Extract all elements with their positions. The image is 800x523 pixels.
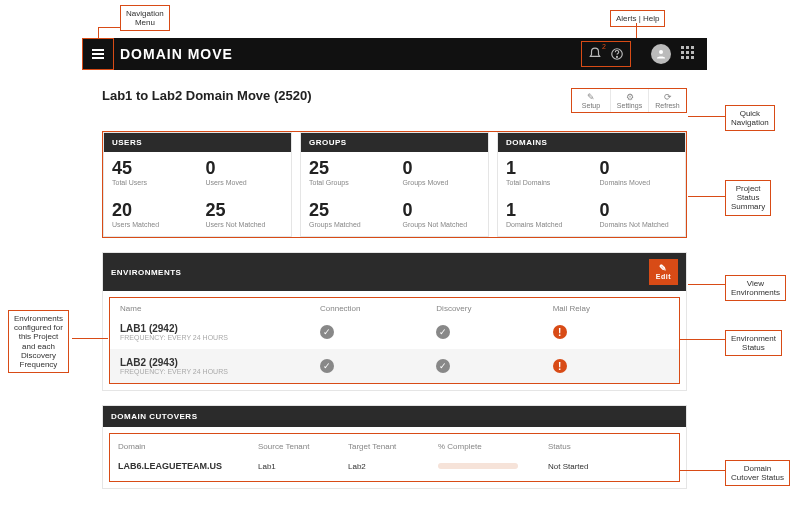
hamburger-icon [91,48,105,60]
environments-panel: ENVIRONMENTS ✎ Edit Name Connection Disc… [102,252,687,391]
check-icon: ✓ [436,359,450,373]
environments-title: ENVIRONMENTS [111,268,181,277]
alerts-help-group: 2 [581,41,631,67]
warning-icon: ! [553,359,567,373]
callout-envconf: Environments configured for this Project… [8,310,69,373]
cutovers-panel: DOMAIN CUTOVERS Domain Source Tenant Tar… [102,405,687,489]
quicknav-refresh[interactable]: ⟳Refresh [648,89,686,112]
check-icon: ✓ [320,325,334,339]
environments-edit-button[interactable]: ✎ Edit [649,259,678,285]
help-icon [610,47,624,61]
gear-icon: ⚙ [611,92,648,102]
alerts-button[interactable]: 2 [588,47,602,61]
environment-row[interactable]: LAB2 (2943)FREQUENCY: EVERY 24 HOURS ✓ ✓… [110,349,679,383]
progress-bar [438,463,518,469]
callout-nav: Navigation Menu [120,5,170,31]
groups-card: GROUPS 25Total Groups 0Groups Moved 25Gr… [300,132,489,237]
refresh-icon: ⟳ [649,92,686,102]
apps-button[interactable] [681,46,697,62]
callout-summary: Project Status Summary [725,180,771,216]
user-icon [655,48,667,60]
top-bar: DOMAIN MOVE 2 [82,38,707,70]
check-icon: ✓ [436,325,450,339]
nav-menu-button[interactable] [82,38,114,70]
bell-icon [588,47,602,61]
alert-badge: 2 [602,43,606,50]
svg-point-1 [617,56,618,57]
domains-card: DOMAINS 1Total Domains 0Domains Moved 1D… [497,132,686,237]
col-connection: Connection [320,304,436,313]
edit-icon: ✎ [659,264,668,273]
col-mail: Mail Relay [553,304,669,313]
topbar-right: 2 [581,41,707,67]
brand-title: DOMAIN MOVE [120,46,233,62]
col-discovery: Discovery [436,304,552,313]
callout-quicknav: Quick Navigation [725,105,775,131]
user-avatar[interactable] [651,44,671,64]
groups-card-title: GROUPS [301,133,488,152]
domains-card-title: DOMAINS [498,133,685,152]
quicknav-settings[interactable]: ⚙Settings [610,89,648,112]
environments-table: Name Connection Discovery Mail Relay LAB… [109,297,680,384]
environment-row[interactable]: LAB1 (2942)FREQUENCY: EVERY 24 HOURS ✓ ✓… [110,315,679,349]
help-button[interactable] [610,47,624,61]
wrench-icon: ✎ [572,92,610,102]
check-icon: ✓ [320,359,334,373]
cutover-row[interactable]: LAB6.LEAGUETEAM.US Lab1 Lab2 Not Started [118,455,671,471]
cutovers-table: Domain Source Tenant Target Tenant % Com… [109,433,680,482]
users-card: USERS 45Total Users 0Users Moved 20Users… [103,132,292,237]
callout-envstatus: Environment Status [725,330,782,356]
callout-alerts: Alerts | Help [610,10,665,27]
col-name: Name [120,304,320,313]
svg-point-2 [659,50,663,54]
callout-cutstatus: Domain Cutover Status [725,460,790,486]
main-content: Lab1 to Lab2 Domain Move (2520) ✎Setup ⚙… [102,88,687,489]
cutovers-title: DOMAIN CUTOVERS [111,412,197,421]
status-summary: USERS 45Total Users 0Users Moved 20Users… [102,131,687,238]
quicknav-setup[interactable]: ✎Setup [572,89,610,112]
warning-icon: ! [553,325,567,339]
callout-viewenv: View Environments [725,275,786,301]
quick-nav: ✎Setup ⚙Settings ⟳Refresh [571,88,687,113]
users-card-title: USERS [104,133,291,152]
